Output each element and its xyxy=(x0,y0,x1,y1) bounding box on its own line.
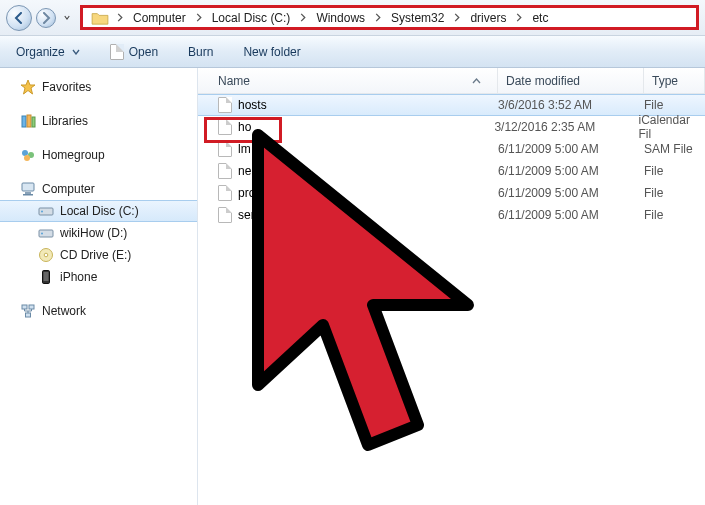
hdd-icon xyxy=(38,225,54,241)
svg-rect-1 xyxy=(27,115,31,127)
drive-label: Local Disc (C:) xyxy=(60,204,139,218)
file-type: File xyxy=(644,186,663,200)
network-icon xyxy=(20,303,36,319)
column-type-label: Type xyxy=(652,74,678,88)
column-headers: Name Date modified Type xyxy=(198,68,705,94)
chevron-icon[interactable] xyxy=(512,11,526,25)
organize-label: Organize xyxy=(16,45,65,59)
file-name: ne xyxy=(238,164,251,178)
toolbar: Organize Open Burn New folder xyxy=(0,36,705,68)
network-label: Network xyxy=(42,304,86,318)
file-row[interactable]: pro 6/11/2009 5:00 AM File xyxy=(198,182,705,204)
file-type: File xyxy=(644,208,663,222)
crumb-windows[interactable]: Windows xyxy=(310,8,371,27)
chevron-icon[interactable] xyxy=(113,11,127,25)
svg-rect-17 xyxy=(22,305,27,309)
address-bar: Computer Local Disc (C:) Windows System3… xyxy=(0,0,705,36)
svg-rect-19 xyxy=(26,313,31,317)
device-icon xyxy=(38,269,54,285)
file-row[interactable]: ho 3/12/2016 2:35 AM iCalendar Fil xyxy=(198,116,705,138)
file-icon xyxy=(218,207,232,223)
svg-point-5 xyxy=(24,155,30,161)
caret-down-icon xyxy=(72,49,80,55)
crumb-etc[interactable]: etc xyxy=(526,8,554,27)
sidebar-item-computer[interactable]: Computer xyxy=(0,178,197,200)
svg-rect-18 xyxy=(29,305,34,309)
file-name: lm xyxy=(238,142,251,156)
file-row[interactable]: ne 6/11/2009 5:00 AM File xyxy=(198,160,705,182)
sidebar: Favorites Libraries Homegroup xyxy=(0,68,198,505)
svg-point-12 xyxy=(41,233,43,235)
sidebar-item-iphone[interactable]: iPhone xyxy=(0,266,197,288)
sidebar-item-network[interactable]: Network xyxy=(0,300,197,322)
column-date-label: Date modified xyxy=(506,74,580,88)
chevron-icon[interactable] xyxy=(371,11,385,25)
sort-asc-icon xyxy=(472,78,481,84)
file-type: SAM File xyxy=(644,142,693,156)
sidebar-item-homegroup[interactable]: Homegroup xyxy=(0,144,197,166)
column-date[interactable]: Date modified xyxy=(498,68,644,93)
crumb-drivers[interactable]: drivers xyxy=(464,8,512,27)
svg-rect-16 xyxy=(44,272,49,281)
svg-rect-7 xyxy=(25,192,31,194)
file-date: 6/11/2009 5:00 AM xyxy=(498,142,644,156)
forward-button[interactable] xyxy=(36,8,56,28)
file-name: hosts xyxy=(238,98,267,112)
file-name: ser xyxy=(238,208,255,222)
file-type: File xyxy=(644,98,663,112)
file-row-hosts[interactable]: hosts 3/6/2016 3:52 AM File xyxy=(198,94,705,116)
burn-label: Burn xyxy=(188,45,213,59)
star-icon xyxy=(20,79,36,95)
sidebar-item-drive-e[interactable]: CD Drive (E:) xyxy=(0,244,197,266)
file-row[interactable]: ser 6/11/2009 5:00 AM File xyxy=(198,204,705,226)
file-type: iCalendar Fil xyxy=(639,113,705,141)
libraries-icon xyxy=(20,113,36,129)
svg-rect-6 xyxy=(22,183,34,191)
chevron-icon[interactable] xyxy=(450,11,464,25)
svg-rect-0 xyxy=(22,116,26,127)
file-icon xyxy=(218,141,232,157)
file-date: 6/11/2009 5:00 AM xyxy=(498,186,644,200)
sidebar-item-drive-c[interactable]: Local Disc (C:) xyxy=(0,200,197,222)
sidebar-item-drive-d[interactable]: wikiHow (D:) xyxy=(0,222,197,244)
file-icon xyxy=(218,163,232,179)
breadcrumb[interactable]: Computer Local Disc (C:) Windows System3… xyxy=(80,5,699,30)
favorites-label: Favorites xyxy=(42,80,91,94)
file-icon xyxy=(218,97,232,113)
svg-rect-8 xyxy=(23,194,33,196)
file-type: File xyxy=(644,164,663,178)
homegroup-icon xyxy=(20,147,36,163)
computer-label: Computer xyxy=(42,182,95,196)
column-type[interactable]: Type xyxy=(644,68,705,93)
newfolder-button[interactable]: New folder xyxy=(237,41,306,63)
burn-button[interactable]: Burn xyxy=(182,41,219,63)
svg-point-10 xyxy=(41,211,43,213)
libraries-label: Libraries xyxy=(42,114,88,128)
crumb-system32[interactable]: System32 xyxy=(385,8,450,27)
crumb-localdisc[interactable]: Local Disc (C:) xyxy=(206,8,297,27)
organize-button[interactable]: Organize xyxy=(10,41,86,63)
drive-label: wikiHow (D:) xyxy=(60,226,127,240)
file-icon xyxy=(110,44,124,60)
column-name-label: Name xyxy=(218,74,250,88)
folder-icon xyxy=(91,11,109,25)
chevron-icon[interactable] xyxy=(296,11,310,25)
column-name[interactable]: Name xyxy=(198,68,498,93)
computer-icon xyxy=(20,181,36,197)
crumb-computer[interactable]: Computer xyxy=(127,8,192,27)
file-icon xyxy=(218,185,232,201)
file-date: 6/11/2009 5:00 AM xyxy=(498,208,644,222)
homegroup-label: Homegroup xyxy=(42,148,105,162)
sidebar-item-libraries[interactable]: Libraries xyxy=(0,110,197,132)
file-name: pro xyxy=(238,186,255,200)
file-row[interactable]: lm 6/11/2009 5:00 AM SAM File xyxy=(198,138,705,160)
main: Favorites Libraries Homegroup xyxy=(0,68,705,505)
file-name: ho xyxy=(238,120,251,134)
drive-label: iPhone xyxy=(60,270,97,284)
svg-rect-2 xyxy=(32,117,35,127)
sidebar-item-favorites[interactable]: Favorites xyxy=(0,76,197,98)
chevron-icon[interactable] xyxy=(192,11,206,25)
history-dropdown[interactable] xyxy=(60,11,74,25)
open-button[interactable]: Open xyxy=(104,40,164,64)
back-button[interactable] xyxy=(6,5,32,31)
